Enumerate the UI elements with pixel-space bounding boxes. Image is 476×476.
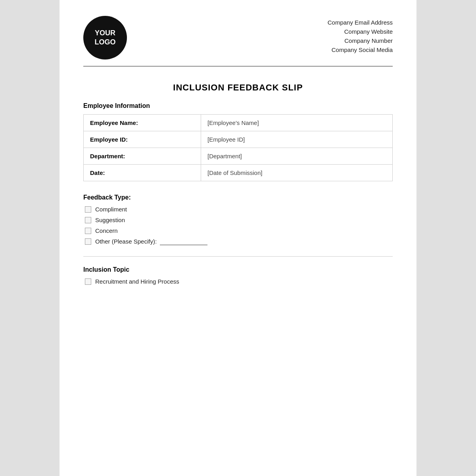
company-email: Company Email Address xyxy=(328,19,393,26)
inclusion-topic-section: Inclusion Topic Recruitment and Hiring P… xyxy=(83,266,393,285)
checkbox-recruitment[interactable] xyxy=(85,278,91,285)
employee-section-heading: Employee Information xyxy=(83,102,393,109)
option-recruitment-label: Recruitment and Hiring Process xyxy=(95,278,179,285)
feedback-options-list: Compliment Suggestion Concern Other (Ple… xyxy=(83,206,393,245)
field-value-department: [Department] xyxy=(201,148,393,165)
header-divider xyxy=(83,66,393,67)
list-item: Suggestion xyxy=(85,217,393,223)
field-label-id: Employee ID: xyxy=(84,131,201,148)
field-value-name: [Employee's Name] xyxy=(201,115,393,131)
option-other-label: Other (Please Specify): xyxy=(95,238,207,245)
company-number: Company Number xyxy=(328,37,393,44)
field-label-date: Date: xyxy=(84,165,201,181)
company-info: Company Email Address Company Website Co… xyxy=(328,16,393,53)
checkbox-other[interactable] xyxy=(85,238,91,245)
inclusion-topic-heading: Inclusion Topic xyxy=(83,266,393,273)
company-website: Company Website xyxy=(328,28,393,35)
field-label-name: Employee Name: xyxy=(84,115,201,131)
page: YOUR LOGO Company Email Address Company … xyxy=(60,0,416,476)
section-divider xyxy=(83,256,393,257)
logo-line1: YOUR xyxy=(95,29,115,38)
list-item: Other (Please Specify): xyxy=(85,238,393,245)
table-row: Date: [Date of Submission] xyxy=(84,165,393,181)
list-item: Compliment xyxy=(85,206,393,213)
list-item: Concern xyxy=(85,227,393,234)
logo-line2: LOGO xyxy=(95,38,116,47)
checkbox-compliment[interactable] xyxy=(85,206,91,213)
company-social: Company Social Media xyxy=(328,46,393,53)
specify-line xyxy=(160,238,207,245)
feedback-type-heading: Feedback Type: xyxy=(83,194,393,201)
header: YOUR LOGO Company Email Address Company … xyxy=(83,16,393,60)
form-title: INCLUSION FEEDBACK SLIP xyxy=(83,83,393,93)
employee-info-table: Employee Name: [Employee's Name] Employe… xyxy=(83,114,393,181)
inclusion-topics-list: Recruitment and Hiring Process xyxy=(83,278,393,285)
checkbox-suggestion[interactable] xyxy=(85,217,91,223)
table-row: Employee Name: [Employee's Name] xyxy=(84,115,393,131)
option-concern-label: Concern xyxy=(95,227,118,234)
option-suggestion-label: Suggestion xyxy=(95,217,125,223)
feedback-type-section: Feedback Type: Compliment Suggestion Con… xyxy=(83,194,393,245)
field-label-department: Department: xyxy=(84,148,201,165)
table-row: Employee ID: [Employee ID] xyxy=(84,131,393,148)
option-compliment-label: Compliment xyxy=(95,206,127,213)
checkbox-concern[interactable] xyxy=(85,228,91,234)
list-item: Recruitment and Hiring Process xyxy=(85,278,393,285)
field-value-date: [Date of Submission] xyxy=(201,165,393,181)
company-logo: YOUR LOGO xyxy=(83,16,127,60)
table-row: Department: [Department] xyxy=(84,148,393,165)
field-value-id: [Employee ID] xyxy=(201,131,393,148)
